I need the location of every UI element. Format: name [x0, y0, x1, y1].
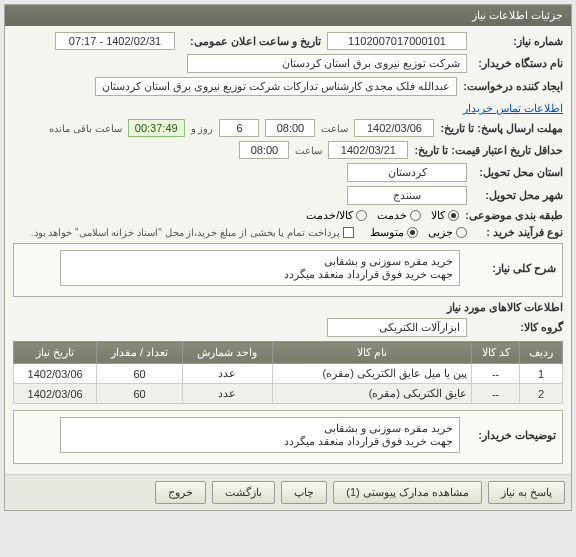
cell-qty: 60	[97, 364, 183, 384]
days-label: روز و	[191, 123, 214, 134]
cell-name: عایق الکتریکی (مقره)	[272, 384, 471, 404]
buyer-value: شرکت توزیع نیروی برق استان کردستان	[187, 54, 467, 73]
contact-link[interactable]: اطلاعات تماس خریدار	[463, 102, 563, 115]
cell-code: --	[472, 364, 520, 384]
validity-label: حداقل تاریخ اعتبار قیمت: تا تاریخ:	[414, 144, 563, 157]
cat-goods-label: کالا	[431, 209, 445, 222]
notes-text: خرید مقره سوزنی و بشقابی جهت خرید فوق قر…	[60, 417, 460, 453]
cell-name: پین یا میل عایق الکتریکی (مقره)	[272, 364, 471, 384]
radio-icon	[407, 227, 418, 238]
payment-note: پرداخت تمام یا بخشی از مبلغ خرید،از محل …	[31, 227, 340, 238]
cat-service-radio[interactable]: خدمت	[377, 209, 421, 222]
countdown: 00:37:49	[128, 119, 185, 137]
days-num: 6	[219, 119, 259, 137]
notes-label: توضیحات خریدار:	[466, 429, 556, 442]
cell-unit: عدد	[183, 364, 273, 384]
radio-icon	[448, 210, 459, 221]
respond-button[interactable]: پاسخ به نیاز	[488, 481, 565, 504]
need-no-value: 1102007017000101	[327, 32, 467, 50]
radio-icon	[356, 210, 367, 221]
desc-text: خرید مقره سوزنی و بشقابی جهت خرید فوق قر…	[60, 250, 460, 286]
table-row[interactable]: 2 -- عایق الکتریکی (مقره) عدد 60 1402/03…	[14, 384, 563, 404]
cat-goods-service-label: کالا/خدمت	[306, 209, 353, 222]
table-header-row: ردیف کد کالا نام کالا واحد شمارش تعداد /…	[14, 342, 563, 364]
deadline-label: مهلت ارسال پاسخ: تا تاریخ:	[440, 122, 563, 135]
announce-value: 1402/02/31 - 07:17	[55, 32, 175, 50]
main-panel: جزئیات اطلاعات نیاز شماره نیاز: 11020070…	[4, 4, 572, 511]
need-no-label: شماره نیاز:	[473, 35, 563, 48]
proc-medium-radio[interactable]: متوسط	[370, 226, 418, 239]
exit-button[interactable]: خروج	[155, 481, 206, 504]
desc-panel: شرح کلی نیاز: خرید مقره سوزنی و بشقابی ج…	[13, 243, 563, 297]
panel-body: شماره نیاز: 1102007017000101 تاریخ و ساع…	[5, 26, 571, 474]
remaining-label: ساعت باقی مانده	[49, 123, 122, 134]
items-table: ردیف کد کالا نام کالا واحد شمارش تعداد /…	[13, 341, 563, 404]
payment-checkbox[interactable]: پرداخت تمام یا بخشی از مبلغ خرید،از محل …	[31, 227, 354, 238]
validity-date: 1402/03/21	[328, 141, 408, 159]
proc-small-radio[interactable]: جزیی	[428, 226, 467, 239]
process-radios: جزیی متوسط	[370, 226, 467, 239]
process-label: نوع فرآیند خرید :	[473, 226, 563, 239]
th-name[interactable]: نام کالا	[272, 342, 471, 364]
cell-date: 1402/03/06	[14, 364, 97, 384]
category-radios: کالا خدمت کالا/خدمت	[306, 209, 459, 222]
cat-service-label: خدمت	[377, 209, 407, 222]
th-unit[interactable]: واحد شمارش	[183, 342, 273, 364]
requester-value: عبدالله فلک مجدی کارشناس تدارکات شرکت تو…	[95, 77, 458, 96]
group-value: ابزارآلات الکتریکی	[327, 318, 467, 337]
button-bar: پاسخ به نیاز مشاهده مدارک پیوستی (1) چاپ…	[5, 474, 571, 510]
th-date[interactable]: تاریخ نیاز	[14, 342, 97, 364]
cell-date: 1402/03/06	[14, 384, 97, 404]
back-button[interactable]: بازگشت	[212, 481, 275, 504]
checkbox-icon	[343, 227, 354, 238]
cell-code: --	[472, 384, 520, 404]
radio-icon	[410, 210, 421, 221]
deadline-date: 1402/03/06	[354, 119, 434, 137]
attachments-button[interactable]: مشاهده مدارک پیوستی (1)	[333, 481, 482, 504]
cat-goods-service-radio[interactable]: کالا/خدمت	[306, 209, 367, 222]
time-label-1: ساعت	[321, 123, 348, 134]
group-label: گروه کالا:	[473, 321, 563, 334]
radio-icon	[456, 227, 467, 238]
desc-label: شرح کلی نیاز:	[466, 262, 556, 275]
validity-time: 08:00	[239, 141, 289, 159]
province-value: کردستان	[347, 163, 467, 182]
buyer-label: نام دستگاه خریدار:	[473, 57, 563, 70]
cell-row: 1	[520, 364, 563, 384]
deadline-time: 08:00	[265, 119, 315, 137]
city-value: سنندج	[347, 186, 467, 205]
category-label: طبقه بندی موضوعی:	[465, 209, 563, 222]
th-row[interactable]: ردیف	[520, 342, 563, 364]
cat-goods-radio[interactable]: کالا	[431, 209, 459, 222]
print-button[interactable]: چاپ	[281, 481, 327, 504]
cell-qty: 60	[97, 384, 183, 404]
province-label: استان محل تحویل:	[473, 166, 563, 179]
items-title: اطلاعات کالاهای مورد نیاز	[13, 301, 563, 314]
th-code[interactable]: کد کالا	[472, 342, 520, 364]
proc-small-label: جزیی	[428, 226, 453, 239]
proc-medium-label: متوسط	[370, 226, 404, 239]
th-qty[interactable]: تعداد / مقدار	[97, 342, 183, 364]
panel-title: جزئیات اطلاعات نیاز	[5, 5, 571, 26]
requester-label: ایجاد کننده درخواست:	[463, 80, 563, 93]
time-label-2: ساعت	[295, 145, 322, 156]
city-label: شهر محل تحویل:	[473, 189, 563, 202]
announce-label: تاریخ و ساعت اعلان عمومی:	[181, 35, 321, 48]
cell-row: 2	[520, 384, 563, 404]
notes-panel: توضیحات خریدار: خرید مقره سوزنی و بشقابی…	[13, 410, 563, 464]
cell-unit: عدد	[183, 384, 273, 404]
table-row[interactable]: 1 -- پین یا میل عایق الکتریکی (مقره) عدد…	[14, 364, 563, 384]
